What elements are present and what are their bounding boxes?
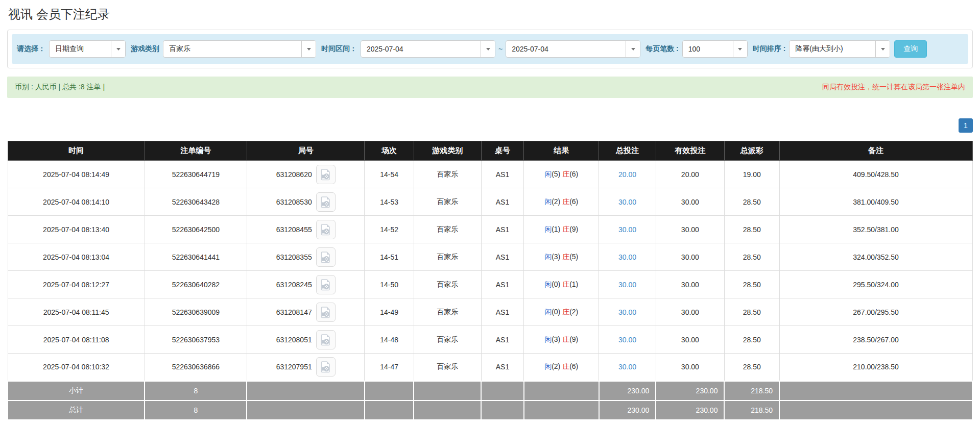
chevron-down-icon[interactable] [733,41,747,57]
bet-time-cell: 2025-07-04 08:12:27 [8,271,145,298]
sort-order-label: 时间排序 : [753,44,786,54]
page-size-combo[interactable]: 100 [682,40,748,58]
column-header: 备注 [779,141,972,161]
chevron-down-icon[interactable] [481,41,495,57]
valid-bet-cell: 30.00 [656,216,724,243]
remark-cell: 352.50/381.00 [779,216,972,243]
column-header: 有效投注 [656,141,724,161]
query-button[interactable]: 查询 [894,40,927,58]
page-title: 视讯 会员下注纪录 [7,0,973,30]
column-header: 总投注 [599,141,656,161]
bet-time-cell: 2025-07-04 08:11:08 [8,326,145,354]
column-header: 游戏类别 [414,141,481,161]
column-header: 结果 [524,141,599,161]
total-bet-link[interactable]: 30.00 [618,253,636,261]
sort-order-combo[interactable]: 降幂(由大到小) [789,40,890,58]
game-type-value: 百家乐 [163,41,301,57]
table-row: 2025-07-04 08:13:04 522630641441 6312083… [8,243,972,271]
summary-bar: 币别 : 人民币 | 总共 :8 注单 | 同局有效投注，统一计算在该局第一张注… [7,77,973,98]
total-bet-cell: 30.00 [599,243,656,271]
video-replay-button[interactable] [316,275,336,294]
chevron-down-icon[interactable] [626,41,640,57]
game-type-cell: 百家乐 [414,243,481,271]
table-header-row: 时间注单编号局号场次游戏类别桌号结果总投注有效投注总派彩备注 [8,141,972,161]
result-cell: 闲(0) 庄(1) [524,271,599,298]
select-type-combo[interactable]: 日期查询 [49,40,126,58]
chevron-down-icon[interactable] [875,41,890,57]
game-type-cell: 百家乐 [414,216,481,243]
remark-cell: 210.00/238.50 [779,354,972,381]
table-no-cell: AS1 [481,188,523,216]
video-replay-button[interactable] [316,220,336,239]
table-no-cell: AS1 [481,354,523,381]
bet-time-cell: 2025-07-04 08:13:04 [8,243,145,271]
video-replay-button[interactable] [316,165,336,184]
remark-cell: 267.00/295.50 [779,298,972,326]
video-replay-button[interactable] [316,303,336,322]
table-no-cell: AS1 [481,161,523,188]
round-id-cell: 631208147 [247,298,364,326]
chevron-down-icon[interactable] [301,41,316,57]
column-header: 局号 [247,141,364,161]
total-bet-link[interactable]: 20.00 [618,170,636,179]
table-row: 2025-07-04 08:14:49 522630644719 6312086… [8,161,972,188]
total-bet-link[interactable]: 30.00 [618,225,636,234]
total-bet-link[interactable]: 30.00 [618,198,636,206]
select-type-value: 日期查询 [50,41,111,57]
video-replay-icon [320,251,331,263]
page-size-value: 100 [683,41,733,57]
total-bet-link[interactable]: 30.00 [618,281,636,289]
table-row: 2025-07-04 08:12:27 522630640282 6312082… [8,271,972,298]
result-banker: 庄 [562,280,569,288]
game-type-cell: 百家乐 [414,161,481,188]
bet-id-cell: 522630640282 [145,271,247,298]
total-bet-link[interactable]: 30.00 [618,363,636,371]
valid-bet-cell: 30.00 [656,243,724,271]
result-player: 闲 [544,335,552,343]
chevron-down-icon[interactable] [111,41,125,57]
date-from-combo[interactable]: 2025-07-04 [361,40,495,58]
column-header: 场次 [365,141,414,161]
valid-bet-cell: 30.00 [656,326,724,354]
video-replay-button[interactable] [316,247,336,267]
grand-total-count: 8 [145,400,247,420]
subtotal-valid-bet: 230.00 [656,381,724,400]
total-bet-link[interactable]: 30.00 [618,308,636,316]
bet-time-cell: 2025-07-04 08:14:10 [8,188,145,216]
remark-cell: 381.00/409.50 [779,188,972,216]
table-row: 2025-07-04 08:14:10 522630643428 6312085… [8,188,972,216]
table-row: 2025-07-04 08:13:40 522630642500 6312084… [8,216,972,243]
round-id: 631208530 [276,198,312,206]
valid-bet-cell: 20.00 [656,161,724,188]
result-cell: 闲(2) 庄(6) [524,354,599,381]
game-type-cell: 百家乐 [414,326,481,354]
currency-total-text: 币别 : 人民币 | 总共 :8 注单 | [15,83,105,92]
round-id: 631208620 [276,170,312,179]
game-type-combo[interactable]: 百家乐 [163,40,316,58]
round-id: 631208147 [276,308,312,316]
table-no-cell: AS1 [481,326,523,354]
video-replay-button[interactable] [316,357,336,377]
result-player: 闲 [544,225,552,233]
video-replay-button[interactable] [316,192,336,212]
session-cell: 14-49 [365,298,414,326]
date-to-combo[interactable]: 2025-07-04 [506,40,640,58]
video-replay-button[interactable] [316,330,336,349]
result-player: 闲 [544,170,552,178]
game-type-cell: 百家乐 [414,271,481,298]
same-round-notice: 同局有效投注，统一计算在该局第一张注单内 [822,83,965,92]
grand-total-label: 总计 [8,400,145,420]
result-cell: 闲(3) 庄(9) [524,326,599,354]
total-bet-cell: 30.00 [599,271,656,298]
round-id-cell: 631208530 [247,188,364,216]
page-button-1[interactable]: 1 [959,118,973,133]
video-replay-icon [320,361,331,373]
total-bet-cell: 30.00 [599,298,656,326]
grand-total-payout: 218.50 [724,400,779,420]
round-id-cell: 631208455 [247,216,364,243]
table-body: 2025-07-04 08:14:49 522630644719 6312086… [8,161,972,420]
video-replay-icon [320,223,331,236]
total-bet-link[interactable]: 30.00 [618,336,636,344]
payout-cell: 28.50 [724,216,779,243]
subtotal-label: 小计 [8,381,145,400]
